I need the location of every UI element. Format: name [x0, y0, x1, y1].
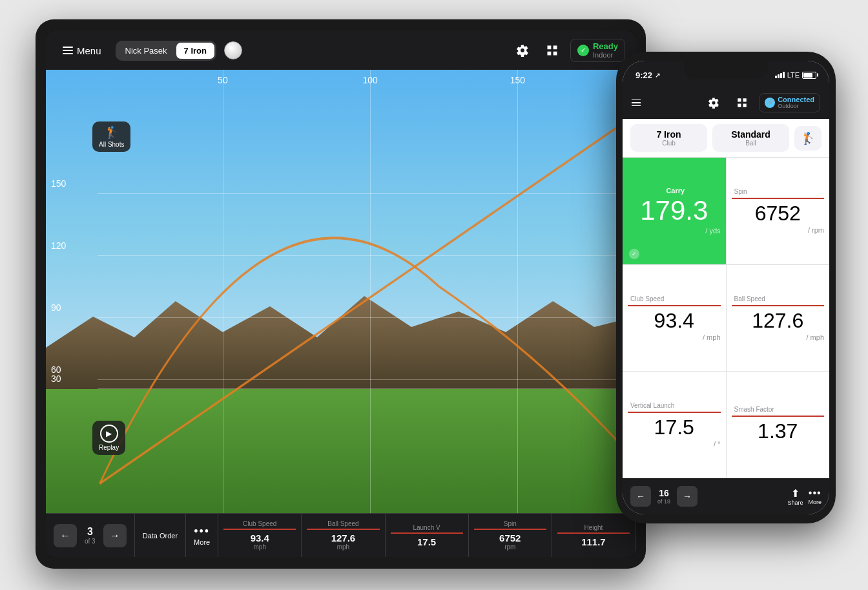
settings-button[interactable] [511, 39, 534, 62]
shot-of: of 3 [85, 538, 96, 545]
stat-ball-speed: Ball Speed 127.6 mph [302, 514, 385, 557]
stat-red-line [223, 529, 296, 530]
signal-bars-icon [775, 72, 785, 78]
phone-stat-row-1: Carry 179.3 / yds ✓ Spin 6752 / rpm [623, 158, 829, 265]
stat-spin-unit: rpm [504, 543, 515, 551]
phone-footer-right: ⬆ Share ••• More [787, 487, 822, 506]
golf-visualization: 150 120 90 60 30 50 100 150 [46, 70, 636, 513]
phone-grid-button[interactable] [730, 91, 754, 114]
carry-check-icon: ✓ [629, 249, 639, 259]
phone-footer: ← 16 of 18 → ⬆ Share ••• More [623, 478, 829, 514]
stat-ball-speed-label: Ball Speed [327, 520, 358, 527]
phone-stat-row-3: Vertical Launch 17.5 / ° Smash Factor 1.… [623, 372, 829, 478]
ball-speed-unit: / mph [806, 333, 824, 341]
phone-more-button[interactable]: ••• More [808, 487, 822, 505]
phone-shot-number: 16 [659, 488, 669, 498]
club-pill[interactable]: 7 Iron [176, 43, 214, 59]
club-speed-label: Club Speed [628, 295, 721, 302]
player-icon: 🏌️ [801, 131, 815, 145]
shot-number: 3 [87, 526, 93, 538]
tablet-header-right: ✓ Ready Indoor [511, 39, 625, 62]
more-dots-icon: ••• [194, 525, 210, 538]
outdoor-label: Outdoor [778, 103, 814, 110]
smash-factor-cell: Smash Factor 1.37 [727, 372, 830, 478]
battery-icon [802, 72, 816, 79]
ball-name: Standard [731, 129, 770, 140]
indoor-label: Indoor [593, 51, 618, 59]
player-name-pill[interactable]: Nick Pasek [118, 43, 175, 59]
tablet-screen: Menu Nick Pasek 7 Iron [46, 31, 636, 557]
phone-connected-badge: 🔗 Connected Outdoor [759, 93, 820, 112]
share-icon: ⬆ [791, 487, 800, 500]
phone-stats-area: Carry 179.3 / yds ✓ Spin 6752 / rpm Club… [623, 158, 829, 478]
tablet: Menu Nick Pasek 7 Iron [36, 19, 646, 569]
phone-club-selector: 7 Iron Club Standard Ball 🏌️ [623, 119, 829, 158]
phone-share-button[interactable]: ⬆ Share [787, 487, 803, 506]
ball-selector-pill[interactable]: Standard Ball [712, 124, 789, 152]
all-shots-button[interactable]: 🏌 All Shots [92, 121, 130, 152]
phone-menu-button[interactable] [632, 100, 641, 107]
club-speed-red-line [628, 305, 721, 306]
carry-label: Carry [628, 187, 721, 195]
stat-red-line-2 [307, 529, 379, 530]
svg-line-0 [99, 119, 629, 483]
stat-red-line-3 [391, 532, 463, 534]
stat-club-speed-unit: mph [254, 543, 266, 551]
more-label: More [194, 538, 210, 546]
check-circle-icon: ✓ [577, 45, 589, 56]
stat-spin-label: Spin [504, 520, 517, 527]
club-type: Club [662, 140, 676, 147]
ball-type: Ball [745, 140, 756, 147]
club-selector-pill[interactable]: 7 Iron Club [630, 124, 707, 152]
ready-label: Ready [593, 42, 618, 51]
all-shots-label: All Shots [99, 141, 124, 148]
replay-button[interactable]: ▶ Replay [92, 421, 125, 455]
phone-back-button[interactable]: ← [630, 486, 651, 507]
battery-fill [803, 73, 812, 78]
stat-club-speed-value: 93.4 [251, 532, 269, 543]
ball-speed-value: 127.6 [752, 310, 803, 331]
phone-forward-button[interactable]: → [677, 486, 698, 507]
spin-cell: Spin 6752 / rpm [727, 158, 830, 264]
player-club-selector: Nick Pasek 7 Iron [116, 41, 216, 61]
phone-grid-icon [736, 97, 748, 109]
y-icon: 🏌 [105, 125, 119, 140]
stat-spin: Spin 6752 rpm [469, 514, 552, 557]
back-button[interactable]: ← [54, 524, 77, 547]
phone-ready-text: Connected Outdoor [778, 96, 814, 110]
ready-badge: ✓ Ready Indoor [570, 39, 625, 62]
player-selector-pill[interactable]: 🏌️ [794, 126, 822, 151]
ball-icon[interactable] [224, 41, 242, 59]
forward-button[interactable]: → [103, 524, 127, 547]
smash-factor-value: 1.37 [758, 421, 798, 441]
more-button[interactable]: ••• More [185, 514, 218, 557]
phone-more-label: More [808, 499, 822, 505]
stat-ball-speed-value: 127.6 [331, 532, 356, 543]
phone-notch [684, 61, 768, 79]
vertical-launch-value: 17.5 [654, 417, 694, 437]
stat-launch-v: Launch V 17.5 [386, 514, 469, 557]
vertical-launch-unit: / ° [714, 440, 721, 448]
link-icon: 🔗 [765, 98, 775, 108]
stat-ball-speed-unit: mph [337, 543, 349, 551]
spin-unit: / rpm [808, 226, 824, 234]
vertical-launch-label: Vertical Launch [628, 402, 721, 409]
carry-value: 179.3 [640, 197, 708, 224]
data-order-button[interactable]: Data Order [134, 514, 185, 557]
menu-button[interactable]: Menu [56, 41, 108, 60]
stat-club-speed: Club Speed 93.4 mph [218, 514, 302, 557]
phone-time: 9:22 ↗ [636, 70, 660, 80]
phone-shot-of: of 18 [657, 498, 670, 505]
phone-settings-button[interactable] [702, 91, 725, 114]
spin-red-line [732, 198, 825, 199]
tablet-footer: ← 3 of 3 → Data Order ••• More Club Spee… [46, 513, 636, 557]
club-name: 7 Iron [656, 129, 681, 140]
lte-label: LTE [787, 71, 800, 79]
club-speed-cell: Club Speed 93.4 / mph [623, 265, 727, 372]
replay-label: Replay [99, 444, 119, 451]
stat-spin-value: 6752 [499, 532, 521, 543]
club-speed-value: 93.4 [654, 310, 694, 331]
nav-arrows: ← 3 of 3 → [46, 524, 134, 547]
grid-button[interactable] [541, 39, 564, 62]
share-label: Share [787, 500, 803, 506]
